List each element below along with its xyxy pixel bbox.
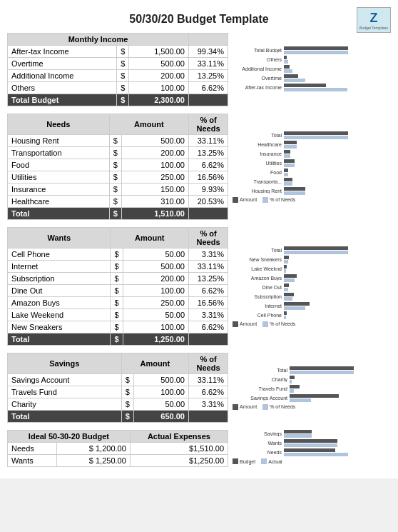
row-amount: 100.00 [121,159,188,171]
row-dollar: $ [109,147,121,159]
table-row: New Sneakers $ 100.00 6.62% [8,321,228,333]
income-dollar: $ [117,46,129,58]
legend-amount-label: Amount [240,321,257,326]
row-amount: 500.00 [133,374,188,386]
row-dollar: $ [121,374,133,386]
total-dollar: $ [121,411,133,423]
ideal-bar-budget [284,430,312,433]
chart-label: New Sneakers [233,257,284,262]
chart-row: Savings Account [233,394,391,402]
row-pct: 3.31% [189,309,228,321]
bar-amount [284,131,348,135]
needs-section: Needs Amount % of Needs Housing Rent $ 5… [7,114,391,220]
row-dollar: $ [111,309,123,321]
income-amount: 500.00 [129,58,189,70]
row-dollar: $ [121,386,133,398]
row-dollar: $ [109,184,121,196]
total-dollar: $ [111,333,123,346]
income-dollar: $ [117,70,129,82]
income-row: After-tax Income $ 1,500.00 99.34% [8,46,228,58]
ideal-row-budget: $ 1,250.00 [57,455,130,467]
row-dollar: $ [111,273,123,285]
legend-amount: Amount [233,197,257,203]
row-amount: 500.00 [123,261,188,273]
bar-pct [284,145,297,149]
chart-row: Lake Weeknd [233,265,391,273]
table-row: Amazon Buys $ 250.00 16.56% [8,297,228,309]
ideal-legend-budget-box [233,458,238,464]
needs-chart: TotalHealthcareInsuranceUtilitiesFoodTra… [233,131,391,203]
row-pct: 6.62% [189,321,228,333]
chart-label: Savings Account [233,396,290,401]
row-amount: 150.00 [121,184,188,196]
chart-label: Insurance [233,151,284,156]
row-dollar: $ [111,249,123,261]
ideal-bar-budget [284,448,335,452]
chart-bars [284,265,287,273]
row-pct: 20.53% [189,196,228,208]
row-pct: 33.11% [189,135,228,147]
legend-amount: Amount [233,404,257,410]
chart-row: Overtime [233,74,391,82]
chart-row: Subscription [233,293,391,301]
ideal-bar-actual [284,434,312,438]
row-pct: 3.31% [189,398,228,411]
bar-amount [284,159,295,163]
legend-pct: % of Needs [262,197,295,203]
bar-pct [290,398,311,402]
total-row: Total $ 1,510.00 [8,208,228,220]
chart-bars [284,293,294,301]
chart-row: After-tax Income [233,84,391,91]
ideal-row-actual: $1,510.00 [130,443,228,455]
savings-chart: TotalCharityTravels FundSavings Account … [233,366,391,410]
total-amount: 1,250.00 [123,333,188,346]
income-total-amount: 2,300.00 [129,94,189,106]
chart-bars [284,65,292,73]
bar-amount [284,65,290,69]
row-dollar: $ [111,321,123,333]
row-amount: 50.00 [123,309,188,321]
ideal-chart-label: Wants [233,441,284,446]
chart-bars [284,283,289,291]
ideal-section: Ideal 50-30-20 Budget Actual Expenses Ne… [7,430,391,467]
chart-row: Total [233,366,391,374]
income-row: Overtime $ 500.00 33.11% [8,58,228,70]
total-label: Total [8,411,122,423]
table-row: Transportation $ 200.00 13.25% [8,147,228,159]
table-row: Healthcare $ 310.00 20.53% [8,196,228,208]
income-chart-area: Total BudgetOthersAdditional IncomeOvert… [233,33,391,106]
income-amount: 1,500.00 [129,46,189,58]
chart-row: Insurance [233,150,391,158]
needs-header: Needs Amount % of Needs [8,114,228,135]
row-pct: 9.93% [189,184,228,196]
savings-table-area: Savings Amount % of Needs Savings Accoun… [7,353,228,423]
chart-row: Total [233,131,391,139]
row-amount: 50.00 [123,249,188,261]
income-pct-header [189,34,228,46]
bar-amount [284,283,289,287]
bar-pct [284,269,286,273]
chart-label: Additional Income [233,66,284,71]
chart-row: New Sneakers [233,256,391,264]
row-label: Dine Out [8,285,111,297]
savings-chart-area: TotalCharityTravels FundSavings Account … [233,353,391,423]
row-label: Lake Weekend [8,309,111,321]
row-label: Utilities [8,171,110,184]
ideal-chart-row: Savings [233,430,391,438]
income-table: Monthly Income After-tax Income $ 1,500.… [7,33,228,106]
chart-bars [284,56,288,64]
ideal-legend-budget: Budget [233,458,255,464]
bar-pct [284,60,288,64]
bar-amount [284,178,292,181]
bar-amount [284,246,348,250]
wants-chart: TotalNew SneakersLake WeekndAmazon BuysD… [233,246,391,327]
ideal-legend-actual-box [261,458,267,464]
total-dollar: $ [109,208,121,220]
row-label: Cell Phone [8,249,111,261]
row-dollar: $ [111,297,123,309]
legend-pct-box [262,404,268,410]
wants-header: Wants Amount % of Needs [8,228,228,249]
savings-pct-header: % of Needs [189,353,228,374]
page-title: 50/30/20 Budget Template [7,7,391,33]
ideal-legend-actual-label: Actual [268,459,282,464]
